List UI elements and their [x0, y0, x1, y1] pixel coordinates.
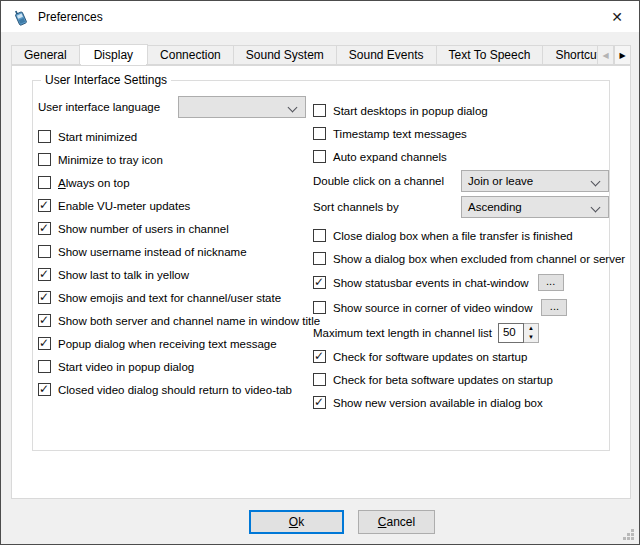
max-text-length-value[interactable]: 50	[498, 323, 524, 343]
checkbox-box	[38, 360, 51, 373]
double-click-combobox-value: Join or leave	[468, 175, 533, 187]
tab-display[interactable]: Display	[79, 44, 148, 65]
sort-channels-row: Sort channels by Ascending	[313, 194, 609, 220]
video-source-config-button[interactable]: ...	[541, 299, 567, 316]
resize-grip[interactable]	[621, 527, 634, 540]
sort-channels-combobox-value: Ascending	[468, 201, 522, 213]
max-text-length-spinner: 50 ▲ ▼	[498, 323, 539, 343]
close-icon[interactable]: ✕	[608, 8, 626, 26]
tab-sound-system[interactable]: Sound System	[233, 45, 337, 65]
checkbox-beta-updates[interactable]: Check for beta software updates on start…	[313, 368, 609, 391]
double-click-label: Double click on a channel	[313, 175, 461, 187]
cancel-button[interactable]: Cancel	[358, 510, 435, 534]
title-bar[interactable]: Preferences ✕	[1, 1, 639, 32]
statusbar-events-row: Show statusbar events in chat-window ...	[313, 270, 609, 295]
checkbox-box	[313, 373, 326, 386]
checkbox-show-username[interactable]: Show username instead of nickname	[38, 240, 310, 263]
group-user-interface-settings: User Interface Settings User interface l…	[32, 80, 610, 451]
sort-channels-combobox[interactable]: Ascending	[461, 196, 609, 218]
tab-text-to-speech[interactable]: Text To Speech	[436, 45, 544, 65]
checkbox-box	[313, 252, 326, 265]
checkbox-minimize-to-tray[interactable]: Minimize to tray icon	[38, 148, 310, 171]
checkbox-box	[38, 383, 51, 396]
checkbox-box	[38, 222, 51, 235]
video-source-row: Show source in corner of video window ..…	[313, 295, 609, 320]
checkbox-close-on-filetransfer[interactable]: Close dialog box when a file transfer is…	[313, 224, 609, 247]
language-row: User interface language	[38, 95, 310, 119]
tab-sound-events[interactable]: Sound Events	[336, 45, 437, 65]
checkbox-new-version-dialog[interactable]: Show new version available in dialog box	[313, 391, 609, 414]
checkbox-vu-meter-updates[interactable]: Enable VU-meter updates	[38, 194, 310, 217]
checkbox-box	[38, 176, 51, 189]
checkbox-box	[38, 130, 51, 143]
ok-button-label: Ok	[289, 515, 304, 529]
checkbox-desktops-popup[interactable]: Start desktops in popup dialog	[313, 99, 609, 122]
tab-bar: General Display Connection Sound System …	[11, 44, 631, 65]
language-combobox[interactable]	[178, 96, 306, 118]
checkbox-box	[38, 153, 51, 166]
double-click-combobox[interactable]: Join or leave	[461, 170, 609, 192]
checkbox-last-to-talk-yellow[interactable]: Show last to talk in yellow	[38, 263, 310, 286]
checkbox-box	[38, 291, 51, 304]
spinner-buttons: ▲ ▼	[524, 323, 539, 343]
checkbox-excluded-dialog[interactable]: Show a dialog box when excluded from cha…	[313, 247, 609, 270]
tab-scroll-right-icon[interactable]: ▶	[614, 45, 631, 65]
checkbox-server-channel-in-title[interactable]: Show both server and channel name in win…	[38, 309, 310, 332]
tab-connection[interactable]: Connection	[147, 45, 234, 65]
right-column: Start desktops in popup dialog Timestamp…	[313, 99, 609, 414]
app-icon	[12, 8, 30, 26]
checkbox-box	[313, 127, 326, 140]
checkbox-box	[38, 268, 51, 281]
double-click-row: Double click on a channel Join or leave	[313, 168, 609, 194]
tab-general[interactable]: General	[11, 45, 80, 65]
checkbox-timestamp-messages[interactable]: Timestamp text messages	[313, 122, 609, 145]
tab-scroll-buttons: ◀ ▶	[597, 45, 631, 65]
checkbox-popup-text-message[interactable]: Popup dialog when receiving text message	[38, 332, 310, 355]
checkbox-box	[313, 150, 326, 163]
checkbox-box	[38, 199, 51, 212]
max-text-length-row: Maximum text length in channel list 50 ▲…	[313, 320, 609, 345]
statusbar-events-config-button[interactable]: ...	[538, 274, 564, 291]
window-title: Preferences	[38, 10, 103, 24]
checkbox-closed-video-return[interactable]: Closed video dialog should return to vid…	[38, 378, 310, 401]
tab-page-display: User Interface Settings User interface l…	[11, 65, 631, 499]
checkbox-video-popup-dialog[interactable]: Start video in popup dialog	[38, 355, 310, 378]
spinner-down-icon[interactable]: ▼	[524, 333, 538, 342]
preferences-window: Preferences ✕ General Display Connection…	[0, 0, 640, 545]
checkbox-statusbar-events[interactable]	[313, 276, 326, 289]
spinner-up-icon[interactable]: ▲	[524, 324, 538, 333]
ok-button[interactable]: Ok	[249, 510, 344, 534]
sort-channels-label: Sort channels by	[313, 201, 461, 213]
checkbox-video-source-corner[interactable]	[313, 301, 326, 314]
checkbox-box	[38, 314, 51, 327]
checkbox-box	[38, 245, 51, 258]
checkbox-box	[313, 229, 326, 242]
checkbox-software-updates[interactable]: Check for software updates on startup	[313, 345, 609, 368]
checkbox-box	[313, 104, 326, 117]
checkbox-always-on-top[interactable]: Always on top	[38, 171, 310, 194]
cancel-button-label: Cancel	[378, 515, 415, 529]
checkbox-auto-expand-channels[interactable]: Auto expand channels	[313, 145, 609, 168]
checkbox-box	[313, 350, 326, 363]
left-column: User interface language Start minimized …	[38, 95, 310, 401]
checkbox-show-emojis-state[interactable]: Show emojis and text for channel/user st…	[38, 286, 310, 309]
max-text-length-label: Maximum text length in channel list	[313, 327, 492, 339]
tab-scroll-left-icon[interactable]: ◀	[597, 45, 614, 65]
checkbox-show-user-count[interactable]: Show number of users in channel	[38, 217, 310, 240]
checkbox-box	[38, 337, 51, 350]
language-label: User interface language	[38, 101, 178, 113]
checkbox-box	[313, 396, 326, 409]
group-title: User Interface Settings	[41, 73, 171, 87]
checkbox-start-minimized[interactable]: Start minimized	[38, 125, 310, 148]
